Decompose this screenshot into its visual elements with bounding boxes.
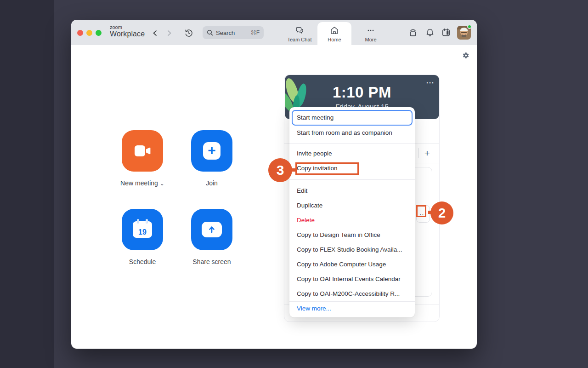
app-logo-workplace: Workplace: [110, 30, 145, 38]
titlebar: zoom Workplace Se: [71, 20, 477, 45]
more-ellipsis-icon: [366, 25, 376, 35]
chat-bubbles-icon: [294, 25, 305, 35]
schedule-date: 19: [138, 227, 147, 238]
calendar-date-icon: 19: [133, 221, 152, 238]
schedule-label: Schedule: [103, 258, 181, 265]
menu-item-copy-to-design-team[interactable]: Copy to Design Team in Office: [289, 228, 415, 242]
annotation-highlight-more-button: [416, 205, 426, 217]
bell-icon: [424, 27, 435, 38]
search-icon: [207, 29, 213, 36]
minimize-window-button[interactable]: [86, 30, 92, 36]
close-window-button[interactable]: [77, 30, 83, 36]
rooms-device-icon: [407, 27, 418, 38]
zoom-workplace-window: zoom Workplace Se: [71, 20, 477, 349]
annotation-step-badge-3: 3: [268, 158, 292, 182]
new-meeting-label: New meeting⌄: [103, 179, 181, 187]
history-clock-icon: [184, 29, 193, 38]
menu-item-delete[interactable]: Delete: [289, 213, 415, 228]
menu-item-invite-people[interactable]: Invite people: [289, 146, 415, 161]
home-icon: [329, 25, 339, 35]
menu-item-duplicate[interactable]: Duplicate: [289, 198, 415, 213]
desktop: zoom Workplace Se: [0, 0, 588, 368]
maximize-window-button[interactable]: [96, 30, 102, 36]
menu-item-start-from-room[interactable]: Start from room and as companion: [289, 126, 415, 140]
notifications-button[interactable]: [424, 27, 436, 39]
toolbar-divider: [418, 148, 418, 158]
menu-item-copy-to-flex-studio[interactable]: Copy to FLEX Studio Booking Availa...: [289, 242, 415, 257]
plus-icon: +: [203, 142, 220, 160]
desktop-background-band: [0, 0, 54, 368]
menu-item-copy-to-adobe[interactable]: Copy to Adobe Computer Usage: [289, 257, 415, 272]
zoom-rooms-button[interactable]: [407, 27, 419, 39]
menu-item-copy-to-oai-internal[interactable]: Copy to OAI Internal Events Calendar: [289, 272, 415, 287]
gear-icon: [462, 52, 469, 59]
menu-item-start-meeting[interactable]: Start meeting: [292, 110, 413, 126]
chevron-down-icon[interactable]: ⌄: [160, 180, 164, 187]
join-button[interactable]: +: [191, 130, 232, 172]
add-meeting-button[interactable]: +: [422, 148, 433, 159]
chevron-left-icon: [152, 30, 158, 36]
forward-button[interactable]: [164, 28, 175, 38]
menu-divider: [289, 143, 415, 144]
tab-team-chat[interactable]: Team Chat: [283, 22, 317, 45]
app-logo-zoom: zoom: [110, 24, 145, 30]
search-label: Search: [216, 29, 248, 36]
annotation-step-badge-2: 2: [430, 201, 453, 224]
annotation-highlight-copy-invitation: [295, 162, 359, 175]
tab-team-chat-label: Team Chat: [287, 37, 311, 42]
meeting-context-menu: Start meeting Start from room and as com…: [289, 107, 415, 317]
search-input[interactable]: Search ⌘F: [203, 26, 264, 39]
schedule-button[interactable]: 19: [122, 209, 163, 250]
presence-dot: [467, 24, 472, 29]
join-label: Join: [173, 179, 251, 187]
tab-more[interactable]: More: [354, 22, 388, 45]
share-screen-label: Share screen: [173, 258, 251, 265]
settings-button[interactable]: [462, 52, 469, 59]
share-screen-button[interactable]: [191, 209, 232, 250]
share-arrow-icon: [202, 222, 222, 237]
tab-home-label: Home: [328, 37, 341, 42]
new-meeting-button[interactable]: [122, 130, 163, 172]
menu-item-edit[interactable]: Edit: [289, 184, 415, 198]
tab-more-label: More: [365, 37, 376, 42]
menu-item-view-more[interactable]: View more...: [289, 302, 415, 316]
tab-home[interactable]: Home: [317, 22, 351, 45]
calendar-button[interactable]: [440, 27, 452, 39]
menu-item-copy-to-oai-m200c[interactable]: Copy to OAI-M200C-Accessibility R...: [289, 287, 415, 301]
menu-divider: [289, 179, 415, 180]
search-shortcut: ⌘F: [251, 29, 260, 36]
calendar-icon: [441, 27, 452, 38]
back-button[interactable]: [150, 28, 160, 38]
history-button[interactable]: [184, 28, 194, 38]
app-logo: zoom Workplace: [110, 24, 145, 38]
video-camera-icon: [134, 145, 151, 157]
time-card-more-button[interactable]: ⋯: [426, 78, 435, 88]
chevron-right-icon: [167, 30, 172, 36]
